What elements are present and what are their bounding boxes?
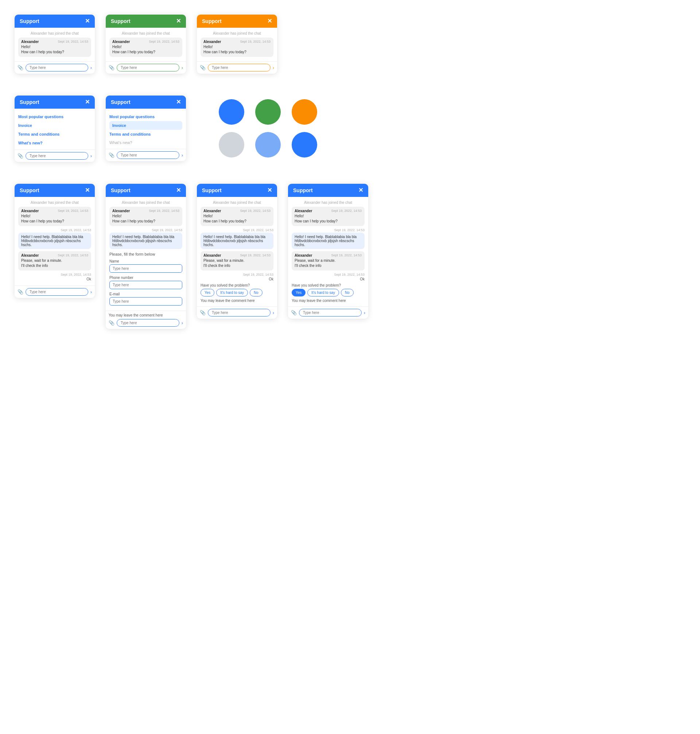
attach-icon[interactable]: 📎 bbox=[18, 153, 24, 159]
attach-icon[interactable]: 📎 bbox=[109, 152, 115, 158]
faq-most-popular[interactable]: Most popular questions bbox=[109, 112, 182, 121]
chat-body: Alexander has joined the chat Alexander … bbox=[106, 197, 186, 311]
send-icon[interactable]: › bbox=[273, 310, 274, 315]
close-icon[interactable]: ✕ bbox=[176, 18, 181, 24]
faq-whats-new[interactable]: What's new? bbox=[18, 138, 91, 147]
chat-input[interactable] bbox=[25, 152, 88, 160]
user-time: Sept 19, 2022, 14:53 bbox=[18, 228, 91, 232]
comment-label: You may leave the comment here bbox=[200, 299, 274, 303]
send-icon[interactable]: › bbox=[273, 65, 274, 71]
message-text: Hello!How can I help you today? bbox=[21, 214, 88, 224]
message-block-2: Alexander Sept 19, 2022, 14:53 Please, w… bbox=[18, 251, 91, 271]
email-input[interactable] bbox=[109, 297, 182, 306]
row-2: Support ✕ Most popular questions Invoice… bbox=[15, 96, 685, 162]
faq-invoice-highlighted[interactable]: Invoice bbox=[109, 121, 182, 130]
faq-terms[interactable]: Terms and conditions bbox=[18, 130, 91, 138]
close-icon[interactable]: ✕ bbox=[85, 187, 90, 193]
chat-footer: 📎 › bbox=[106, 61, 186, 74]
name-input[interactable] bbox=[109, 264, 182, 273]
close-icon[interactable]: ✕ bbox=[358, 187, 363, 193]
circle-orange bbox=[292, 99, 317, 125]
message-header: Alexander Sept 19, 2022, 14:53 bbox=[294, 209, 362, 213]
faq-invoice[interactable]: Invoice bbox=[18, 121, 91, 130]
chat-input[interactable] bbox=[208, 309, 271, 316]
btn-hard[interactable]: It's hard to say bbox=[216, 289, 248, 296]
chat-input[interactable] bbox=[117, 64, 179, 72]
attach-icon[interactable]: 📎 bbox=[200, 65, 206, 71]
join-notice: Alexander has joined the chat bbox=[200, 200, 274, 204]
user-message: Hello! I need help. Blablablabia bla bla… bbox=[292, 232, 365, 249]
user-time: Sept 19, 2022, 14:53 bbox=[292, 228, 365, 232]
chat-footer: 📎 › bbox=[197, 306, 277, 319]
chat-header-blue: Support ✕ bbox=[15, 15, 95, 28]
circle-light-gray bbox=[219, 132, 244, 157]
join-notice: Alexander has joined the chat bbox=[200, 31, 274, 35]
close-icon[interactable]: ✕ bbox=[176, 99, 181, 105]
problem-buttons: Yes It's hard to say No bbox=[292, 289, 365, 296]
message-time: Sept 19, 2022, 14:53 bbox=[240, 209, 271, 213]
chat-input[interactable] bbox=[208, 64, 271, 72]
message-time: Sept 19, 2022, 14:53 bbox=[149, 40, 179, 44]
widget-green-simple: Support ✕ Alexander has joined the chat … bbox=[106, 15, 186, 74]
close-icon[interactable]: ✕ bbox=[85, 18, 90, 24]
btn-hard[interactable]: It's hard to say bbox=[307, 289, 339, 296]
attach-icon[interactable]: 📎 bbox=[291, 310, 297, 315]
message-time: Sept 19, 2022, 14:53 bbox=[331, 209, 362, 213]
chat-input[interactable] bbox=[25, 64, 88, 72]
send-icon[interactable]: › bbox=[182, 152, 183, 158]
sender-name: Alexander bbox=[21, 40, 39, 44]
close-icon[interactable]: ✕ bbox=[267, 18, 272, 24]
attach-icon[interactable]: 📎 bbox=[109, 65, 115, 71]
phone-input[interactable] bbox=[109, 281, 182, 289]
comment-label: You may leave the comment here bbox=[109, 313, 163, 317]
attach-icon[interactable]: 📎 bbox=[18, 289, 24, 295]
attach-icon[interactable]: 📎 bbox=[200, 310, 206, 315]
chat-body: Alexander has joined the chat Alexander … bbox=[106, 28, 186, 61]
chat-header: Support ✕ bbox=[15, 96, 95, 109]
message-header-2: Alexander Sept 19, 2022, 14:53 bbox=[203, 253, 271, 257]
attach-icon[interactable]: 📎 bbox=[109, 320, 115, 326]
ok-text: Ok bbox=[292, 277, 365, 281]
send-icon[interactable]: › bbox=[90, 65, 92, 71]
chat-input[interactable] bbox=[299, 309, 362, 316]
message-time-2: Sept 19, 2022, 14:53 bbox=[240, 253, 271, 257]
chat-header: Support ✕ bbox=[106, 184, 186, 197]
circle-blue bbox=[219, 99, 244, 125]
send-icon[interactable]: › bbox=[182, 320, 183, 326]
chat-title: Support bbox=[111, 18, 131, 24]
chat-header: Support ✕ bbox=[197, 184, 277, 197]
chat-footer: 📎 › bbox=[15, 150, 95, 162]
message-text: Hello!How can I help you today? bbox=[112, 44, 179, 55]
comment-label: You may leave the comment here bbox=[292, 299, 365, 303]
message-block-1: Alexander Sept 19, 2022, 14:53 Hello!How… bbox=[18, 207, 91, 226]
attach-icon[interactable]: 📎 bbox=[18, 65, 24, 71]
sender-name: Alexander bbox=[294, 209, 312, 213]
chat-input[interactable] bbox=[117, 152, 179, 159]
message-time: Sept 19, 2022, 14:53 bbox=[57, 209, 88, 213]
chat-input[interactable] bbox=[117, 319, 179, 327]
close-icon[interactable]: ✕ bbox=[176, 187, 181, 193]
message-time: Sept 19, 2022, 14:53 bbox=[57, 40, 88, 44]
close-icon[interactable]: ✕ bbox=[267, 187, 272, 193]
faq-terms[interactable]: Terms and conditions bbox=[109, 130, 182, 138]
chat-title: Support bbox=[293, 187, 313, 193]
faq-most-popular[interactable]: Most popular questions bbox=[18, 112, 91, 121]
send-icon[interactable]: › bbox=[90, 289, 92, 295]
chat-input[interactable] bbox=[25, 288, 88, 296]
message-text: Hello!How can I help you today? bbox=[203, 214, 271, 224]
send-icon[interactable]: › bbox=[90, 153, 92, 159]
ok-text: Ok bbox=[18, 277, 91, 281]
faq-whats-new[interactable]: What's new? bbox=[109, 138, 182, 147]
widget-faq-2: Support ✕ Most popular questions Invoice… bbox=[106, 96, 186, 161]
send-icon[interactable]: › bbox=[364, 310, 365, 315]
btn-yes-active[interactable]: Yes bbox=[292, 289, 306, 296]
btn-no[interactable]: No bbox=[341, 289, 354, 296]
btn-no[interactable]: No bbox=[250, 289, 263, 296]
chat-body-faq: Most popular questions Invoice Terms and… bbox=[106, 109, 186, 149]
close-icon[interactable]: ✕ bbox=[85, 99, 90, 105]
message-header: Alexander Sept 19, 2022, 14:53 bbox=[203, 209, 271, 213]
message-time-2: Sept 19, 2022, 14:53 bbox=[57, 253, 88, 257]
send-icon[interactable]: › bbox=[182, 65, 183, 71]
color-circles bbox=[219, 99, 317, 157]
btn-yes[interactable]: Yes bbox=[200, 289, 215, 296]
